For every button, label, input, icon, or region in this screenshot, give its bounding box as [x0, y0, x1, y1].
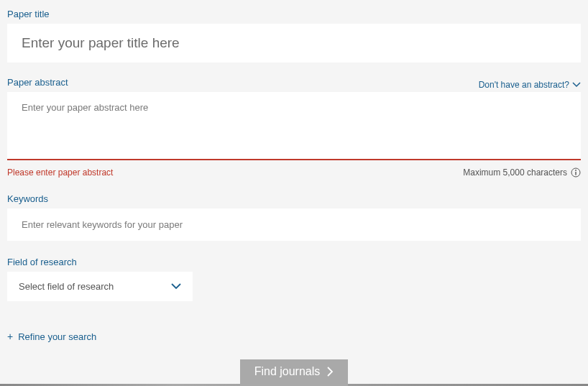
keywords-label: Keywords	[7, 193, 48, 204]
info-icon[interactable]	[571, 167, 581, 178]
paper-abstract-label: Paper abstract	[7, 77, 68, 88]
paper-title-input[interactable]	[7, 24, 581, 63]
refine-search-link[interactable]: + Refine your search	[7, 331, 96, 342]
abstract-error-text: Please enter paper abstract	[7, 167, 113, 178]
max-chars-text: Maximum 5,000 characters	[463, 167, 567, 178]
paper-title-label: Paper title	[7, 9, 50, 19]
svg-rect-2	[575, 172, 576, 175]
no-abstract-link[interactable]: Don't have an abstract?	[479, 80, 581, 90]
chevron-down-icon	[572, 82, 581, 88]
refine-search-text: Refine your search	[18, 331, 96, 342]
abstract-max-chars: Maximum 5,000 characters	[463, 167, 581, 178]
chevron-down-icon	[171, 283, 181, 290]
paper-abstract-input[interactable]	[7, 92, 581, 160]
chevron-right-icon	[327, 367, 334, 377]
find-journals-button[interactable]: Find journals	[240, 359, 349, 386]
field-of-research-placeholder: Select field of research	[19, 281, 114, 292]
no-abstract-text: Don't have an abstract?	[479, 80, 569, 90]
plus-icon: +	[7, 331, 13, 342]
find-journals-label: Find journals	[254, 365, 321, 378]
field-of-research-select[interactable]: Select field of research	[7, 272, 193, 301]
svg-point-1	[575, 170, 576, 171]
field-of-research-label: Field of research	[7, 257, 77, 267]
keywords-input[interactable]	[7, 208, 581, 241]
